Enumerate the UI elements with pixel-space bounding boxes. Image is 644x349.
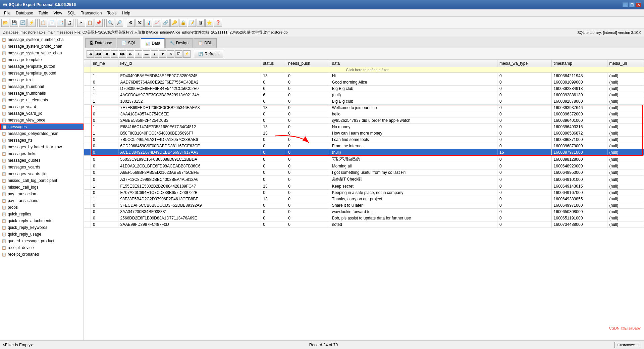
tab-ddl[interactable]: 📋DDL <box>194 38 217 48</box>
add-record-button[interactable]: + <box>135 50 142 58</box>
sidebar-item-messages_vcards[interactable]: 📋messages_vcards <box>0 164 84 170</box>
sidebar-item-message_thumbnails[interactable]: 📋message_thumbnails <box>0 90 84 97</box>
toolbar-btn-11[interactable]: 📌 <box>95 19 103 27</box>
move-up-button[interactable]: ▲ <box>151 50 158 58</box>
menu-item-view[interactable]: View <box>51 10 65 16</box>
tab-design[interactable]: 🔧Design <box>165 38 193 48</box>
table-row[interactable]: 1E684166C1474E7D531680E67C34C4812130No m… <box>84 124 644 130</box>
menu-item-tools[interactable]: Tools <box>104 10 119 16</box>
sidebar-item-message_vcard_jid[interactable]: 📋message_vcard_jid <box>0 110 84 117</box>
toolbar-btn-5[interactable]: 📋 <box>39 19 47 27</box>
sidebar-item-message_system_value_chan[interactable]: 📋message_system_value_chan <box>0 50 84 56</box>
sidebar-item-message_system_photo_chan[interactable]: 📋message_system_photo_chan <box>0 43 84 50</box>
toolbar-btn-4[interactable]: ⚡ <box>28 19 36 27</box>
table-row[interactable]: 0E707A26C694E1C7CD838B657D239722B00Keepi… <box>84 190 644 196</box>
toolbar-btn-10[interactable]: 📋 <box>86 19 94 27</box>
window-controls[interactable]: — ❐ ✕ <box>623 2 641 7</box>
sidebar-item-message_thumbnail[interactable]: 📋message_thumbnail <box>0 83 84 90</box>
confirm-button[interactable]: ☑ <box>175 50 182 58</box>
table-row[interactable]: 0A6EF5569BF8AB5ED21623ABE9745CBFE00I got… <box>84 169 644 176</box>
table-row[interactable]: 056053C9199C16F0B65088D891C12BBDA00可以不用自… <box>84 156 644 163</box>
table-row[interactable]: 1D768390ECE9EFF6FB4E5442CC56C02E060Big B… <box>84 86 644 92</box>
menu-item-table[interactable]: Table <box>36 10 51 16</box>
col-header-data[interactable]: data <box>330 60 497 67</box>
toolbar-btn-3[interactable]: 🔄 <box>19 19 27 27</box>
sidebar-item-receipt_orphaned[interactable]: 📋receipt_orphaned <box>0 251 84 258</box>
toolbar-btn-6[interactable]: 📄 <box>48 19 56 27</box>
sidebar-item-quick_reply_keywords[interactable]: 📋quick_reply_keywords <box>0 224 84 231</box>
table-row[interactable]: 02566DD2E6F1B09D83A1D77113476A69E00Bob, … <box>84 215 644 221</box>
table-row[interactable]: 1FD40490B5AFABD848E2FF9CC32806245130Hi01… <box>84 73 644 79</box>
sidebar-item-props[interactable]: 📋props <box>0 204 84 211</box>
table-row[interactable]: 03FECDAF6CCB6B8CCCD3F52DBB89392A900Share… <box>84 202 644 209</box>
table-row[interactable]: 07B5CC52465A9A21F4D7A13057C28BAB600I can… <box>84 137 644 143</box>
toolbar-btn-7[interactable]: 📑 <box>57 19 65 27</box>
sidebar-item-message_view_once[interactable]: 📋message_view_once <box>0 117 84 123</box>
table-row[interactable]: 17E7EB69EEDE1206CE0CBB205346EAEA8130Well… <box>84 105 644 111</box>
sidebar-item-messages[interactable]: 📋messages <box>0 123 84 130</box>
toolbar-btn-23[interactable]: ⭐ <box>205 19 213 27</box>
sidebar-item-messages_dehydrated_hsm[interactable]: 📋messages_dehydrated_hsm <box>0 130 84 137</box>
menu-item-file[interactable]: File <box>1 10 13 16</box>
sidebar-item-quoted_message_product[interactable]: 📋quoted_message_product <box>0 238 84 244</box>
data-table-container[interactable]: im_me key_id status needs_push data medi… <box>84 60 644 340</box>
table-row[interactable]: ▶0ACED38492E674D49DEBB45693F917AA300(nul… <box>84 149 644 156</box>
maximize-button[interactable]: ❐ <box>629 2 635 7</box>
refresh-button[interactable]: 🔄 Refresh <box>194 50 223 58</box>
sidebar-item-quick_replies[interactable]: 📋quick_replies <box>0 211 84 217</box>
toolbar-btn-14[interactable]: ⚙ <box>127 19 135 27</box>
table-row[interactable]: 0A37F13C8D9988DBBC4002BEA4A5812A600差d搞IT… <box>84 176 644 183</box>
table-row[interactable]: 1B58F80B1040FCC34548030BE85696F7130How c… <box>84 130 644 137</box>
sidebar-item-pay_transaction[interactable]: 📋pay_transaction <box>0 191 84 197</box>
toolbar-btn-19[interactable]: 🔑 <box>170 19 178 27</box>
tab-database[interactable]: 🗄Database <box>85 38 116 48</box>
col-header-key_id[interactable]: key_id <box>118 60 261 67</box>
sidebar-item-message_text[interactable]: 📋message_text <box>0 77 84 83</box>
table-row[interactable]: 03AAE99FD3997FC487F0D00noted016007344880… <box>84 221 644 228</box>
toolbar-btn-12[interactable]: 🔍 <box>106 19 114 27</box>
toolbar-btn-24[interactable]: ❓ <box>214 19 222 27</box>
table-row[interactable]: 1F155E3E91E5302B2B2C884428189FC47130Keep… <box>84 183 644 190</box>
sidebar-item-missed_call_logs[interactable]: 📋missed_call_logs <box>0 184 84 191</box>
filter-placeholder[interactable]: Click here to define a filter <box>91 67 644 73</box>
toolbar-btn-8[interactable]: 🖨 <box>65 19 73 27</box>
minimize-button[interactable]: — <box>623 2 628 7</box>
tab-data[interactable]: 📊Data <box>141 38 164 48</box>
tab-sql[interactable]: 📄SQL <box>117 38 140 48</box>
sidebar-item-messages_vcards_jids[interactable]: 📋messages_vcards_jids <box>0 170 84 177</box>
toolbar-btn-17[interactable]: 📈 <box>153 19 161 27</box>
sidebar-item-pay_transactions[interactable]: 📋pay_transactions <box>0 197 84 204</box>
next-record-button[interactable]: ▶ <box>111 50 118 58</box>
sidebar-item-message_ui_elements[interactable]: 📋message_ui_elements <box>0 97 84 103</box>
table-row[interactable]: 06CD2068459C9E00DABDD88116ECE63CE00From … <box>84 143 644 149</box>
sidebar-item-messages_fts[interactable]: 📋messages_fts <box>0 137 84 144</box>
toolbar-btn-20[interactable]: 🔒 <box>179 19 187 27</box>
table-row[interactable]: 198F38E5B4D2C2D07906E2E4613CEB8BF130Than… <box>84 196 644 202</box>
menu-item-transaction[interactable]: Transaction <box>78 10 104 16</box>
close-button[interactable]: ✕ <box>636 2 641 7</box>
menu-item-sql[interactable]: SQL <box>65 10 78 16</box>
table-row[interactable]: 041D0A912CB1BFE6FD98ACEABB8FB36C600Morni… <box>84 163 644 169</box>
table-row[interactable]: 0AAD76D85764A6CE922F6E7755AC48BA200Good … <box>84 79 644 86</box>
col-header-media_wa_type[interactable]: media_wa_type <box>497 60 552 67</box>
sidebar-item-message_system_number_cha[interactable]: 📋message_system_number_cha <box>0 36 84 43</box>
delete-record-button[interactable]: — <box>143 50 150 58</box>
table-row[interactable]: 03ABBE5859F2F4254D0B300@85262547937 did … <box>84 117 644 124</box>
toolbar-btn-1[interactable]: 📂 <box>1 19 9 27</box>
toolbar-btn-9[interactable]: ✂ <box>77 19 85 27</box>
toolbar-btn-22[interactable]: 🗑 <box>197 19 205 27</box>
cancel-button[interactable]: ✕ <box>167 50 174 58</box>
customize-button[interactable]: Customize... <box>614 342 641 348</box>
sidebar-item-message_vcard[interactable]: 📋message_vcard <box>0 103 84 110</box>
sidebar-item-message_template[interactable]: 📋message_template <box>0 56 84 63</box>
toolbar-btn-18[interactable]: 🔗 <box>162 19 170 27</box>
move-down-button[interactable]: ▼ <box>159 50 166 58</box>
col-header-needs_push[interactable]: needs_push <box>286 60 330 67</box>
col-header-im_me[interactable]: im_me <box>91 60 118 67</box>
sidebar-item-messages_links[interactable]: 📋messages_links <box>0 150 84 157</box>
toolbar-btn-2[interactable]: 💾 <box>10 19 18 27</box>
last-record-button[interactable]: ⏭ <box>127 50 134 58</box>
col-header-timestamp[interactable]: timestamp <box>551 60 607 67</box>
col-header-media_url[interactable]: media_url <box>607 60 644 67</box>
sidebar-item-message_template_quoted[interactable]: 📋message_template_quoted <box>0 70 84 77</box>
